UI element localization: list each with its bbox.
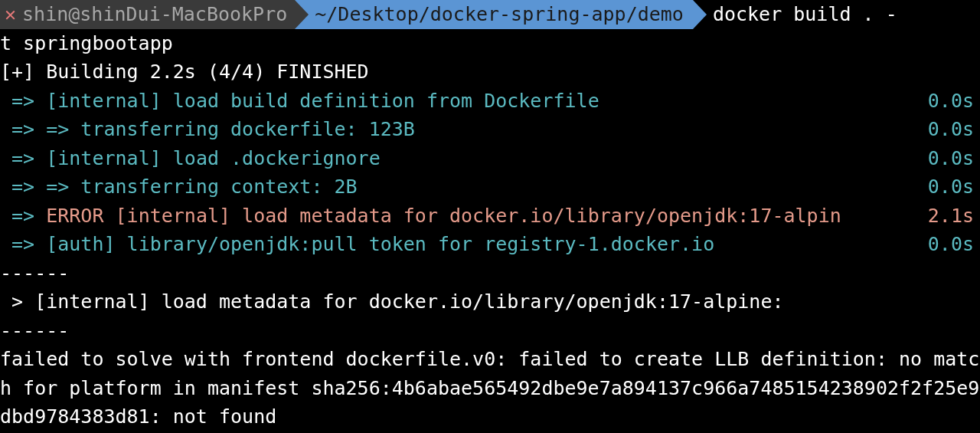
working-directory: ~/Desktop/docker-spring-app/demo [315, 0, 684, 29]
step-time: 0.0s [928, 230, 980, 259]
step-description: [auth] library/openjdk:pull token for re… [46, 233, 714, 255]
build-header: [+] Building 2.2s (4/4) FINISHED [0, 57, 980, 87]
build-step: => ERROR [internal] load metadata for do… [0, 202, 980, 231]
step-arrow: => [0, 147, 46, 169]
user-host: shin@shinDui-MacBookPro [22, 0, 287, 29]
step-arrow: => [0, 90, 46, 112]
step-description: ERROR [internal] load metadata for docke… [46, 205, 841, 227]
step-arrow: => => [0, 118, 80, 140]
step-arrow: => [0, 233, 46, 255]
close-icon: ✕ [5, 0, 16, 29]
terminal-window[interactable]: ✕ shin@shinDui-MacBookPro ~/Desktop/dock… [0, 0, 980, 433]
divider-top: ------ [0, 259, 980, 288]
command-text-part2: t springbootapp [0, 29, 980, 58]
build-step: => => transferring context: 2B0.0s [0, 172, 980, 202]
error-message: failed to solve with frontend dockerfile… [0, 345, 980, 431]
prompt-path-segment: ~/Desktop/docker-spring-app/demo [295, 0, 693, 29]
step-time: 0.0s [928, 144, 980, 173]
step-arrow: => => [0, 175, 80, 198]
build-step: => [internal] load build definition from… [0, 87, 980, 116]
build-step: => => transferring dockerfile: 123B0.0s [0, 115, 980, 144]
step-description: [internal] load .dockerignore [46, 147, 381, 169]
step-description: transferring dockerfile: 123B [80, 118, 415, 140]
error-detail-line: > [internal] load metadata for docker.io… [0, 287, 980, 317]
step-description: [internal] load build definition from Do… [46, 90, 599, 112]
step-description: transferring context: 2B [80, 175, 357, 198]
prompt-user-segment: ✕ shin@shinDui-MacBookPro [0, 0, 295, 29]
step-time: 2.1s [928, 202, 980, 231]
build-step: => [auth] library/openjdk:pull token for… [0, 230, 980, 259]
build-steps: => [internal] load build definition from… [0, 87, 980, 259]
step-arrow: => [0, 205, 46, 227]
divider-bottom: ------ [0, 317, 980, 346]
command-text-part1: docker build . - [693, 0, 897, 29]
step-time: 0.0s [928, 87, 980, 116]
step-time: 0.0s [928, 172, 980, 202]
prompt-line: ✕ shin@shinDui-MacBookPro ~/Desktop/dock… [0, 0, 980, 29]
build-step: => [internal] load .dockerignore0.0s [0, 144, 980, 173]
step-time: 0.0s [928, 115, 980, 144]
